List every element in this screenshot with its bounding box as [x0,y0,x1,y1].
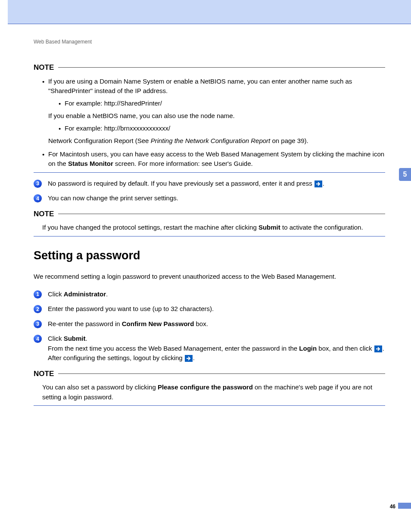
step-number-icon: 4 [34,335,42,343]
note-rule [58,67,385,68]
chapter-tab: 5 [399,168,411,181]
bullet-item: • For Macintosh users, you can have easy… [42,149,385,169]
step-text: Re-enter the password in Confirm New Pas… [48,319,385,329]
step-text: Click Administrator. [48,289,385,299]
step-text: No password is required by default. If y… [48,179,385,189]
section-intro: We recommend setting a login password to… [34,272,385,282]
note-rule [58,214,385,214]
step-number-icon: 1 [34,290,42,299]
note-heading: NOTE [34,62,385,73]
step-item: 1 Click Administrator. [34,289,385,299]
note-heading: NOTE [34,208,385,220]
bullet-text: If you are using a Domain Name System or… [48,77,385,146]
page-content: Web Based Management NOTE • If you are u… [0,24,411,406]
step-number-icon: 4 [34,194,42,202]
note-body: You can also set a password by clicking … [34,383,385,402]
sub-bullet-text: For example: http://SharedPrinter/ [65,99,162,109]
step-number-icon: 3 [34,320,42,328]
sub-bullet: • For example: http://SharedPrinter/ [59,99,385,109]
note-end-rule [34,405,385,406]
sub-bullet-text: For example: http://brnxxxxxxxxxxxx/ [65,124,170,134]
step-item: 3 No password is required by default. If… [34,179,385,189]
step-text: Enter the password you want to use (up t… [48,304,385,314]
bullet-dot: • [42,149,48,169]
note-heading: NOTE [34,368,385,380]
note-body: If you have changed the protocol setting… [34,223,385,233]
step-text: Click Submit. From the next time you acc… [48,334,385,363]
step-number-icon: 2 [34,305,42,313]
bullet-text: Network Configuration Report (See Printi… [48,136,385,146]
step-number-icon: 3 [34,180,42,188]
arrow-right-icon [314,180,322,187]
bullet-item: • If you are using a Domain Name System … [42,77,385,146]
step-text: You can now change the print server sett… [48,193,385,203]
bullet-text: For Macintosh users, you can have easy a… [48,149,385,169]
running-header: Web Based Management [34,38,385,46]
note-label: NOTE [34,208,54,220]
page-number: 46 [390,503,395,510]
step-item: 2 Enter the password you want to use (up… [34,304,385,314]
note-end-rule [34,172,385,173]
arrow-right-icon [185,355,193,362]
bullet-dot: • [42,77,48,146]
bullet-dot: • [59,124,65,134]
note-label: NOTE [34,62,54,73]
sub-bullet: • For example: http://brnxxxxxxxxxxxx/ [59,124,385,134]
step-item: 4 Click Submit. From the next time you a… [34,334,385,363]
arrow-right-icon [374,345,382,352]
note-label: NOTE [34,368,54,380]
page-top-banner [8,0,411,24]
step-item: 3 Re-enter the password in Confirm New P… [34,319,385,329]
step-item: 4 You can now change the print server se… [34,193,385,203]
note-end-rule [34,236,385,236]
bullet-dot: • [59,99,65,109]
page-number-tab [398,503,411,509]
note-body: • If you are using a Domain Name System … [34,77,385,169]
bullet-text: If you enable a NetBIOS name, you can al… [48,111,385,121]
section-heading: Setting a password [34,247,385,264]
note-rule [58,373,385,374]
